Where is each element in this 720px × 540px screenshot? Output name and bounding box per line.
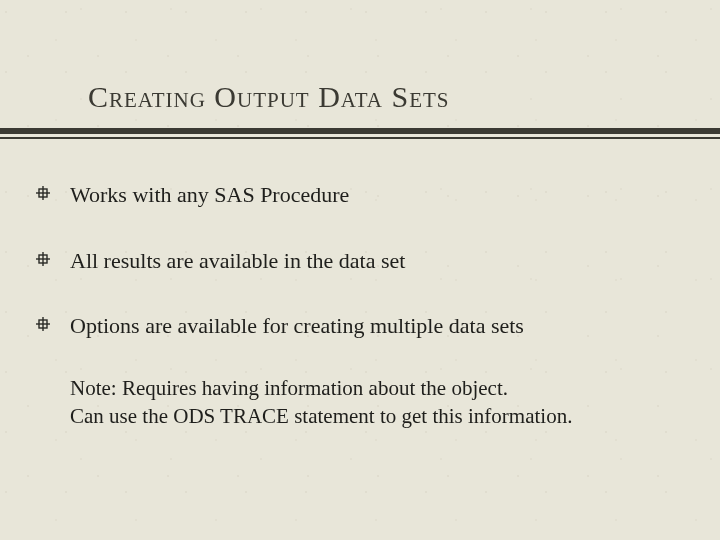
bullet-icon [36, 252, 50, 266]
bullet-text: Options are available for creating multi… [70, 313, 524, 338]
bullet-list: Works with any SAS Procedure All results… [30, 181, 690, 340]
note-line: Can use the ODS TRACE statement to get t… [70, 402, 670, 430]
slide: Creating Output Data Sets Works with any… [0, 0, 720, 540]
bullet-icon [36, 317, 50, 331]
note-line: Note: Requires having information about … [70, 374, 670, 402]
slide-body: Works with any SAS Procedure All results… [30, 181, 690, 430]
bullet-text: All results are available in the data se… [70, 248, 405, 273]
list-item: All results are available in the data se… [30, 247, 690, 275]
list-item: Works with any SAS Procedure [30, 181, 690, 209]
note-block: Note: Requires having information about … [70, 374, 670, 431]
bullet-icon [36, 186, 50, 200]
slide-title: Creating Output Data Sets [88, 80, 690, 114]
title-rule [0, 128, 720, 139]
list-item: Options are available for creating multi… [30, 312, 690, 340]
bullet-text: Works with any SAS Procedure [70, 182, 349, 207]
